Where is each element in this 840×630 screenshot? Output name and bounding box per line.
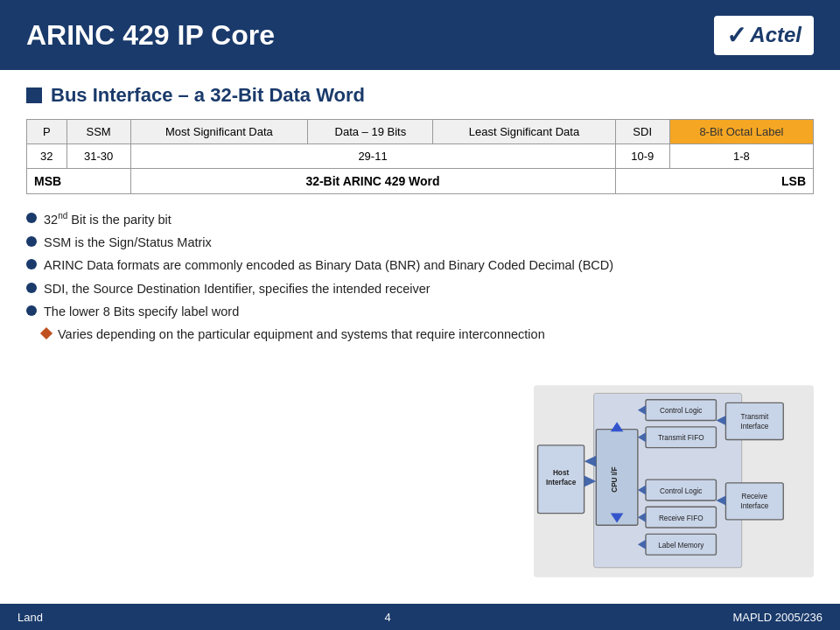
footer-left: Land xyxy=(18,611,43,624)
lsb-label: LSB xyxy=(615,169,814,194)
col-least-sig: Least Significant Data xyxy=(433,120,615,144)
bullet-sdi-text: SDI, the Source Destination Identifier, … xyxy=(44,280,430,298)
svg-text:Interface: Interface xyxy=(740,423,768,430)
svg-text:Interface: Interface xyxy=(546,479,577,486)
bullet-circle-icon xyxy=(26,259,37,270)
col-ssm: SSM xyxy=(66,120,130,144)
col-data-19: Data – 19 Bits xyxy=(308,120,433,144)
svg-text:Host: Host xyxy=(553,469,570,477)
footer-right: MAPLD 2005/236 xyxy=(732,611,822,624)
svg-rect-20 xyxy=(725,402,783,439)
bullet-ssm: SSM is the Sign/Status Matrix xyxy=(26,234,814,251)
msb-label: MSB xyxy=(27,169,131,194)
actel-logo: ✓ Actel xyxy=(714,16,814,55)
logo-text: Actel xyxy=(750,23,802,47)
svg-text:CPU I/F: CPU I/F xyxy=(611,467,619,493)
header: ARINC 429 IP Core ✓ Actel xyxy=(0,0,840,70)
diagram-svg: Core429 Internal Bus Host Interface CPU … xyxy=(534,376,814,586)
val-32: 32 xyxy=(27,144,67,169)
val-1-8: 1-8 xyxy=(669,144,813,169)
page-title: ARINC 429 IP Core xyxy=(26,19,275,52)
table-values-row: 32 31-30 29-11 10-9 1-8 xyxy=(27,144,814,169)
arinc-word-label: 32-Bit ARINC 429 Word xyxy=(130,169,615,194)
data-word-table: P SSM Most Significant Data Data – 19 Bi… xyxy=(26,119,814,194)
section-title-text: Bus Interface – a 32-Bit Data Word xyxy=(51,84,365,107)
table-header-row: P SSM Most Significant Data Data – 19 Bi… xyxy=(27,120,814,144)
svg-text:Transmit: Transmit xyxy=(741,413,769,421)
col-most-sig: Most Significant Data xyxy=(130,120,308,144)
bullet-diamond-icon xyxy=(40,327,52,340)
bullet-circle-icon xyxy=(26,305,37,316)
bullet-lower-8bits: The lower 8 Bits specify label word xyxy=(26,303,814,320)
svg-text:Interface: Interface xyxy=(740,502,768,510)
val-31-30: 31-30 xyxy=(66,144,130,169)
bullet-parity: 32nd Bit is the parity bit xyxy=(26,210,814,228)
svg-text:Transmit FIFO: Transmit FIFO xyxy=(658,434,704,442)
bullet-varies-text: Varies depending on the particular equip… xyxy=(58,326,545,343)
footer-center: 4 xyxy=(385,611,391,624)
bullet-sdi: SDI, the Source Destination Identifier, … xyxy=(26,280,814,298)
svg-text:Receive FIFO: Receive FIFO xyxy=(659,514,704,522)
table-bottom-row: MSB 32-Bit ARINC 429 Word LSB xyxy=(27,169,814,194)
main-content: Bus Interface – a 32-Bit Data Word P SSM… xyxy=(0,70,840,353)
bullet-arinc-formats-text: ARINC Data formats are commonly encoded … xyxy=(44,256,613,274)
val-29-11: 29-11 xyxy=(130,144,615,169)
bullet-parity-text: 32nd Bit is the parity bit xyxy=(44,210,172,228)
bullet-varies: Varies depending on the particular equip… xyxy=(26,326,814,343)
bullet-circle-icon xyxy=(26,213,37,223)
bullet-list: 32nd Bit is the parity bit SSM is the Si… xyxy=(26,210,814,344)
svg-text:Control Logic: Control Logic xyxy=(660,487,702,495)
svg-text:Control Logic: Control Logic xyxy=(660,407,702,415)
bullet-lower-8bits-text: The lower 8 Bits specify label word xyxy=(44,303,239,320)
footer: Land 4 MAPLD 2005/236 xyxy=(0,604,840,630)
section-title: Bus Interface – a 32-Bit Data Word xyxy=(26,84,814,107)
bullet-arinc-formats: ARINC Data formats are commonly encoded … xyxy=(26,256,814,274)
col-p: P xyxy=(27,120,67,144)
svg-rect-23 xyxy=(725,483,783,520)
bullets-section: 32nd Bit is the parity bit SSM is the Si… xyxy=(26,210,814,344)
bullet-ssm-text: SSM is the Sign/Status Matrix xyxy=(44,234,212,251)
block-diagram: Core429 Internal Bus Host Interface CPU … xyxy=(534,376,814,586)
col-8bit-label: 8-Bit Octal Label xyxy=(669,120,813,144)
logo-checkmark: ✓ xyxy=(726,21,746,50)
col-sdi: SDI xyxy=(615,120,669,144)
bullet-circle-icon xyxy=(26,283,37,293)
svg-text:Label Memory: Label Memory xyxy=(658,542,704,550)
svg-text:Receive: Receive xyxy=(741,493,767,500)
bullet-circle-icon xyxy=(26,236,37,247)
val-10-9: 10-9 xyxy=(615,144,669,169)
bottom-section: 32nd Bit is the parity bit SSM is the Si… xyxy=(26,210,814,344)
